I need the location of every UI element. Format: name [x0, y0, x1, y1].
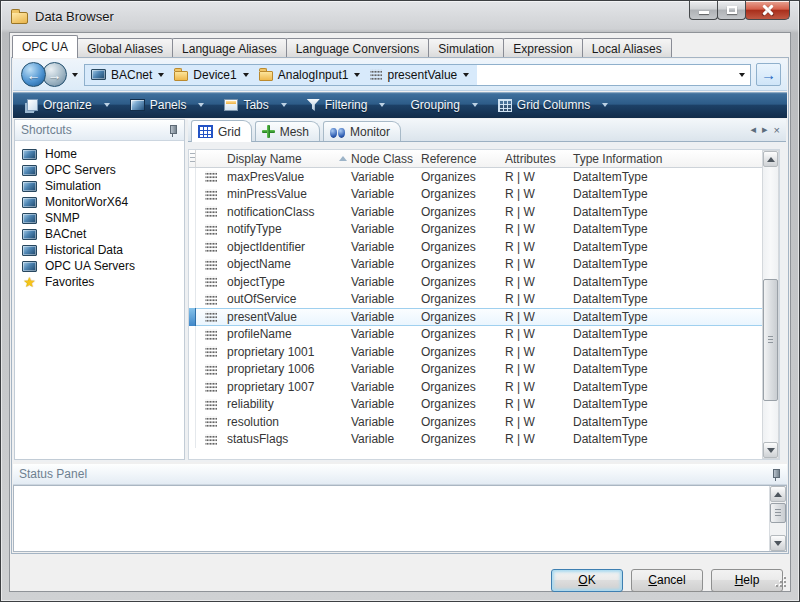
toolbar-item[interactable]: Panels — [126, 96, 217, 114]
ok-button[interactable]: OK — [551, 569, 623, 592]
column-header-node-class[interactable]: Node Class — [351, 150, 421, 167]
chevron-down-icon[interactable] — [354, 73, 360, 77]
content-tab[interactable]: Mesh — [255, 121, 320, 141]
datapoint-icon — [205, 241, 217, 252]
table-row[interactable]: notificationClass Variable Organizes R |… — [189, 203, 779, 221]
table-row[interactable]: profileName Variable Organizes R | W Dat… — [189, 326, 779, 344]
column-header-display-name[interactable]: Display Name — [225, 150, 351, 167]
scroll-tabs-left-icon[interactable]: ◂ — [751, 123, 757, 136]
cell-type-information: DataItemType — [573, 397, 779, 411]
row-icon-cell — [196, 413, 225, 431]
content-tab-label: Mesh — [280, 125, 309, 139]
table-row[interactable]: maxPresValue Variable Organizes R | W Da… — [189, 168, 779, 186]
cell-type-information: DataItemType — [573, 222, 779, 236]
sidebar-item[interactable]: Favorites — [15, 274, 184, 290]
close-button[interactable] — [745, 1, 790, 20]
cancel-button[interactable]: Cancel — [631, 569, 703, 592]
table-row[interactable]: outOfService Variable Organizes R | W Da… — [189, 291, 779, 309]
chevron-down-icon[interactable] — [463, 73, 469, 77]
chevron-down-icon[interactable] — [602, 103, 608, 107]
breadcrumb-label: BACnet — [111, 68, 152, 82]
column-header-attributes[interactable]: Attributes — [505, 150, 573, 167]
content-tab[interactable]: Grid — [191, 120, 252, 142]
help-button[interactable]: Help — [711, 569, 783, 592]
main-tab[interactable]: Language Aliases — [172, 38, 287, 58]
go-button[interactable]: → — [756, 63, 781, 86]
pin-icon[interactable] — [167, 124, 178, 137]
icon-column-header[interactable] — [196, 150, 225, 167]
status-vertical-scrollbar[interactable] — [769, 486, 786, 551]
sidebar-item[interactable]: Home — [15, 146, 184, 162]
address-input[interactable] — [477, 65, 734, 85]
sidebar-item[interactable]: OPC Servers — [15, 162, 184, 178]
datapoint-icon — [205, 311, 217, 322]
table-row[interactable]: proprietary 1007 Variable Organizes R | … — [189, 378, 779, 396]
table-row[interactable]: resolution Variable Organizes R | W Data… — [189, 413, 779, 431]
history-dropdown-icon[interactable] — [72, 73, 78, 77]
breadcrumb-item[interactable]: Device1 — [172, 68, 256, 82]
toolbar-item-label: Organize — [43, 98, 92, 112]
table-row[interactable]: objectName Variable Organizes R | W Data… — [189, 256, 779, 274]
breadcrumb-item[interactable]: BACnet — [89, 68, 172, 82]
table-row[interactable]: reliability Variable Organizes R | W Dat… — [189, 396, 779, 414]
main-tab[interactable]: Simulation — [428, 38, 504, 58]
sidebar-item[interactable]: MonitorWorX64 — [15, 194, 184, 210]
sidebar-item[interactable]: OPC UA Servers — [15, 258, 184, 274]
scroll-down-button[interactable] — [763, 442, 778, 458]
table-row[interactable]: statusFlags Variable Organizes R | W Dat… — [189, 431, 779, 449]
status-panel-title: Status Panel — [19, 467, 770, 481]
scroll-down-button[interactable] — [770, 535, 786, 551]
table-row[interactable]: presentValue Variable Organizes R | W Da… — [189, 308, 779, 326]
scroll-up-button[interactable] — [763, 151, 778, 167]
cell-attributes: R | W — [505, 380, 573, 394]
pin-icon[interactable] — [770, 468, 781, 481]
table-row[interactable]: objectType Variable Organizes R | W Data… — [189, 273, 779, 291]
toolbar-item[interactable]: Grid Columns — [494, 96, 620, 114]
table-row[interactable]: proprietary 1006 Variable Organizes R | … — [189, 361, 779, 379]
column-header-reference[interactable]: Reference — [421, 150, 505, 167]
content-tab[interactable]: Monitor — [323, 121, 401, 141]
minimize-button[interactable] — [689, 1, 718, 20]
chevron-down-icon[interactable] — [104, 103, 110, 107]
main-tab[interactable]: OPC UA — [12, 35, 78, 58]
cell-display-name: resolution — [225, 415, 351, 429]
main-tab[interactable]: Local Aliases — [582, 38, 672, 58]
address-dropdown-button[interactable] — [734, 65, 750, 85]
main-tab[interactable]: Expression — [503, 38, 582, 58]
cell-reference: Organizes — [421, 205, 505, 219]
scroll-tabs-right-icon[interactable]: ▸ — [762, 123, 768, 136]
table-row[interactable]: proprietary 1001 Variable Organizes R | … — [189, 343, 779, 361]
maximize-button[interactable] — [717, 1, 746, 20]
table-row[interactable]: minPressValue Variable Organizes R | W D… — [189, 186, 779, 204]
grid-vertical-scrollbar[interactable] — [762, 150, 779, 459]
chevron-down-icon[interactable] — [281, 103, 287, 107]
column-header-type-information[interactable]: Type Information — [573, 150, 779, 167]
sidebar-item[interactable]: SNMP — [15, 210, 184, 226]
breadcrumb-item[interactable]: AnalogInput1 — [257, 68, 369, 82]
sidebar-item[interactable]: Historical Data — [15, 242, 184, 258]
chevron-down-icon[interactable] — [379, 103, 385, 107]
chevron-down-icon[interactable] — [158, 73, 164, 77]
main-tab[interactable]: Global Aliases — [77, 38, 173, 58]
toolbar-item[interactable]: Tabs — [220, 96, 298, 114]
table-row[interactable]: objectIdentifier Variable Organizes R | … — [189, 238, 779, 256]
cell-attributes: R | W — [505, 432, 573, 446]
close-tab-icon[interactable]: × — [774, 124, 780, 136]
toolbar-item[interactable]: Filtering — [303, 96, 398, 114]
toolbar-item[interactable]: Organize — [19, 96, 122, 114]
cell-attributes: R | W — [505, 257, 573, 271]
main-tab[interactable]: Language Conversions — [286, 38, 429, 58]
chevron-down-icon[interactable] — [198, 103, 204, 107]
scroll-up-button[interactable] — [770, 486, 786, 502]
scrollbar-thumb[interactable] — [763, 279, 778, 401]
sidebar-item[interactable]: BACnet — [15, 226, 184, 242]
table-row[interactable]: notifyType Variable Organizes R | W Data… — [189, 221, 779, 239]
toolbar-item[interactable]: Grouping — [401, 96, 489, 114]
chevron-down-icon[interactable] — [472, 103, 478, 107]
back-button[interactable]: ← — [21, 62, 46, 87]
sidebar-item[interactable]: Simulation — [15, 178, 184, 194]
chevron-down-icon[interactable] — [243, 73, 249, 77]
breadcrumb-item[interactable]: presentValue — [368, 68, 477, 82]
scrollbar-thumb[interactable] — [770, 503, 786, 523]
resize-grip[interactable] — [775, 576, 788, 589]
